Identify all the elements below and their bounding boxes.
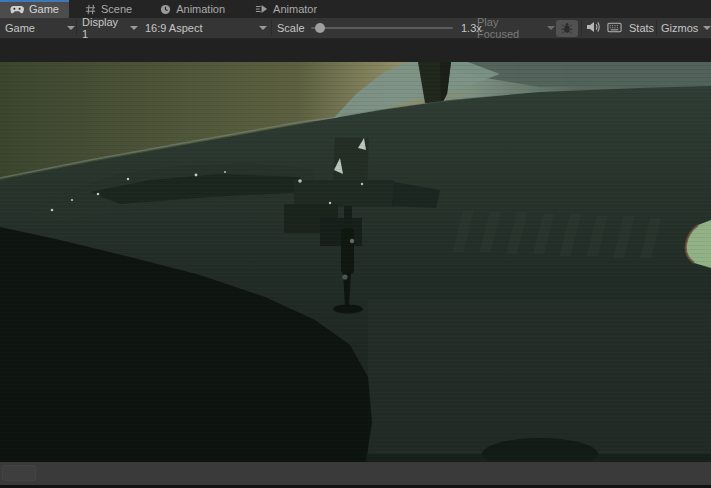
bug-icon <box>556 20 578 37</box>
keyboard-icon <box>607 22 622 35</box>
toolbar-separator <box>76 20 77 36</box>
scale-slider-track[interactable] <box>311 27 453 29</box>
horizontal-scrollbar-thumb[interactable] <box>2 465 36 481</box>
scale-slider-thumb[interactable] <box>315 23 325 33</box>
keyboard-button[interactable] <box>607 18 622 38</box>
play-focused-dropdown[interactable]: Play Focused <box>477 18 555 38</box>
character-head-glint <box>350 239 354 243</box>
game-render-viewport[interactable] <box>0 62 711 462</box>
speaker-icon <box>586 21 600 35</box>
debug-toggle-button[interactable] <box>556 18 578 38</box>
game-view-toolbar: Game Display 1 16:9 Aspect Scale 1.3x Pl… <box>0 18 711 39</box>
gamepad-icon <box>10 5 24 14</box>
scale-label: Scale <box>277 18 305 38</box>
aspect-label: 16:9 Aspect <box>145 22 203 34</box>
clock-icon <box>160 4 171 15</box>
unity-game-view-window: Game Scene Animation Animator Game <box>0 0 711 488</box>
gizmos-label: Gizmos <box>661 22 698 34</box>
aspect-ratio-dropdown[interactable]: 16:9 Aspect <box>145 18 267 38</box>
display-dropdown[interactable]: Display 1 <box>82 18 138 38</box>
tab-animation[interactable]: Animation <box>150 0 235 18</box>
game-render <box>0 62 711 462</box>
play-focused-label: Play Focused <box>477 16 542 40</box>
character-shadow <box>333 305 363 314</box>
tab-game-label: Game <box>29 3 59 15</box>
display-label: Display 1 <box>82 16 125 40</box>
character-body-glint <box>342 274 347 279</box>
tab-game[interactable]: Game <box>0 0 69 18</box>
tab-animator-label: Animator <box>273 3 317 15</box>
toolbar-separator <box>271 20 272 36</box>
display-target-label: Game <box>5 22 35 34</box>
tab-scene-label: Scene <box>101 3 132 15</box>
valley-floor <box>368 300 711 462</box>
animator-icon <box>255 4 268 14</box>
display-target-dropdown[interactable]: Game <box>5 18 75 38</box>
scale-slider[interactable] <box>311 18 453 38</box>
chevron-down-icon <box>703 26 711 30</box>
letterbox-strip <box>0 39 711 62</box>
tab-animation-label: Animation <box>176 3 225 15</box>
chevron-down-icon <box>130 26 138 30</box>
stats-button[interactable]: Stats <box>629 18 654 38</box>
toolbar-separator <box>581 20 582 36</box>
stats-label: Stats <box>629 22 654 34</box>
chevron-down-icon <box>547 26 555 30</box>
toolbar-separator <box>656 20 657 36</box>
chevron-down-icon <box>259 26 267 30</box>
horizontal-scrollbar[interactable] <box>0 462 711 488</box>
bottom-shade <box>366 454 711 462</box>
chevron-down-icon <box>67 26 75 30</box>
tab-animator[interactable]: Animator <box>245 0 327 18</box>
gizmos-dropdown[interactable]: Gizmos <box>661 18 707 38</box>
grid-icon <box>85 4 96 15</box>
mute-audio-button[interactable] <box>586 18 600 38</box>
